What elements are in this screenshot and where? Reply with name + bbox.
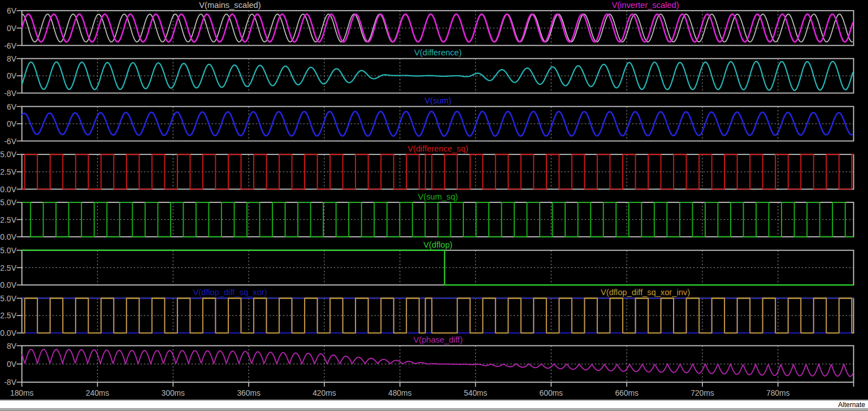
svg-text:0V: 0V (7, 119, 17, 128)
svg-text:5.0V: 5.0V (0, 294, 16, 303)
svg-text:Alternate: Alternate (838, 401, 865, 409)
svg-text:720ms: 720ms (691, 389, 714, 397)
svg-text:5.0V: 5.0V (0, 150, 16, 159)
svg-text:2.5V: 2.5V (0, 215, 16, 224)
svg-text:V(mains_scaled): V(mains_scaled) (199, 1, 261, 10)
svg-text:480ms: 480ms (388, 389, 412, 397)
svg-text:0V: 0V (7, 360, 17, 369)
svg-text:420ms: 420ms (313, 389, 336, 397)
svg-text:V(dflop_diff_sq_xor): V(dflop_diff_sq_xor) (193, 288, 267, 297)
svg-text:V(dflop): V(dflop) (423, 240, 452, 249)
svg-text:-6V: -6V (4, 41, 16, 50)
svg-text:600ms: 600ms (540, 389, 563, 397)
svg-text:0V: 0V (7, 24, 17, 33)
svg-text:-8V: -8V (4, 378, 16, 387)
svg-text:-8V: -8V (4, 89, 16, 98)
svg-text:2.5V: 2.5V (0, 263, 16, 272)
svg-text:5.0V: 5.0V (0, 246, 16, 255)
svg-text:V(sum_sq): V(sum_sq) (418, 192, 458, 201)
svg-text:0.0V: 0.0V (0, 232, 16, 241)
svg-text:240ms: 240ms (86, 389, 110, 397)
svg-text:V(difference): V(difference) (414, 48, 462, 57)
svg-text:0.0V: 0.0V (0, 328, 16, 338)
svg-text:6V: 6V (7, 6, 17, 15)
svg-text:180ms: 180ms (10, 389, 34, 397)
svg-text:660ms: 660ms (615, 389, 639, 397)
svg-text:8V: 8V (7, 341, 17, 351)
svg-text:300ms: 300ms (162, 389, 185, 397)
svg-text:540ms: 540ms (464, 389, 488, 397)
svg-text:V(difference_sq): V(difference_sq) (407, 144, 468, 153)
svg-text:0.0V: 0.0V (0, 280, 16, 289)
svg-text:-6V: -6V (4, 137, 16, 146)
svg-text:8V: 8V (7, 54, 17, 63)
svg-text:0.0V: 0.0V (0, 185, 16, 194)
svg-text:5.0V: 5.0V (0, 198, 16, 207)
svg-text:V(phase_diff): V(phase_diff) (413, 335, 462, 344)
svg-text:6V: 6V (7, 102, 17, 111)
svg-text:780ms: 780ms (766, 389, 790, 397)
svg-text:V(dflop_diff_sq_xor_inv): V(dflop_diff_sq_xor_inv) (601, 288, 690, 297)
svg-text:2.5V: 2.5V (0, 311, 16, 320)
svg-text:0V: 0V (7, 71, 17, 80)
svg-text:V(sum): V(sum) (424, 96, 451, 105)
svg-text:360ms: 360ms (237, 389, 261, 397)
svg-text:V(inverter_scaled): V(inverter_scaled) (611, 1, 679, 10)
svg-text:2.5V: 2.5V (0, 167, 16, 176)
